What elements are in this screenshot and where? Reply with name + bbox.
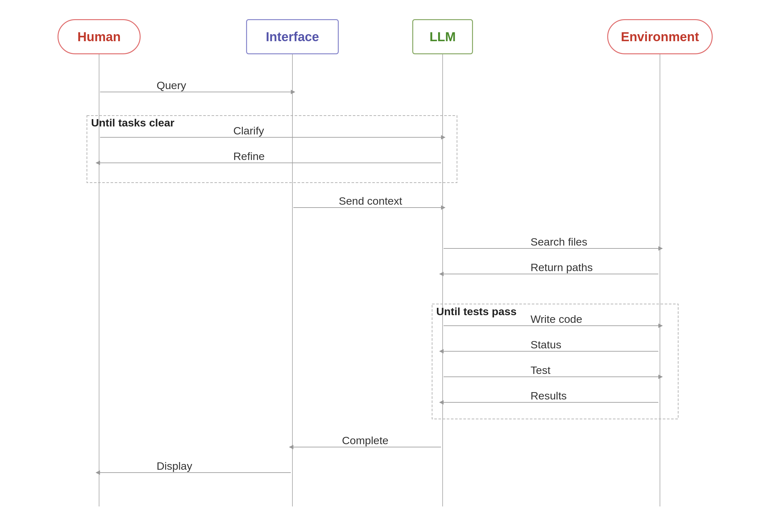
arrow-refine-head xyxy=(95,161,100,165)
arrow-test-head xyxy=(658,375,663,379)
arrow-writecode-head xyxy=(658,323,663,328)
label-query: Query xyxy=(156,79,186,92)
label-status: Status xyxy=(530,338,561,351)
label-complete: Complete xyxy=(342,434,389,447)
label-refine: Refine xyxy=(233,150,265,163)
arrow-query-head xyxy=(291,90,295,94)
arrow-complete-head xyxy=(289,445,293,449)
arrow-searchfiles-head xyxy=(658,246,663,251)
arrow-returnpaths-head xyxy=(439,272,444,276)
arrow-results-head xyxy=(439,400,444,405)
label-send-context: Send context xyxy=(339,195,402,207)
arrow-status-head xyxy=(439,349,444,353)
arrow-display-head xyxy=(95,470,100,475)
diagram-svg xyxy=(0,0,767,532)
arrow-sendcontext-head xyxy=(441,205,445,210)
label-results: Results xyxy=(530,390,566,402)
label-write-code: Write code xyxy=(530,313,582,325)
loop-label-until-tasks-clear: Until tasks clear xyxy=(91,117,174,129)
sequence-diagram: Human Interface LLM Environment xyxy=(0,0,767,532)
label-return-paths: Return paths xyxy=(530,261,593,274)
arrow-clarify-head xyxy=(441,135,445,140)
label-test: Test xyxy=(530,364,550,376)
label-display: Display xyxy=(156,460,192,472)
label-search-files: Search files xyxy=(530,236,588,248)
label-clarify: Clarify xyxy=(233,125,264,137)
loop-label-until-tests-pass: Until tests pass xyxy=(436,305,516,318)
